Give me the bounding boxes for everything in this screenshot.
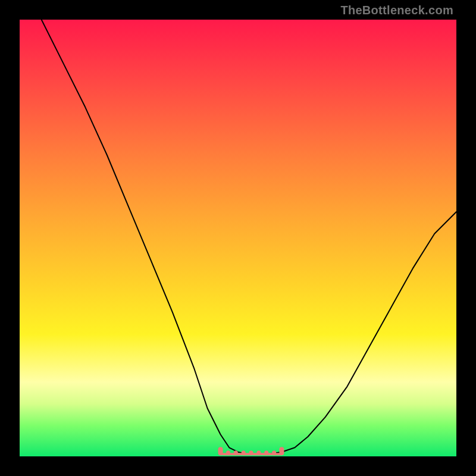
watermark-text: TheBottleneck.com xyxy=(340,4,453,17)
chart-frame: TheBottleneck.com xyxy=(0,0,476,476)
svg-rect-7 xyxy=(264,450,268,455)
curve-line xyxy=(42,20,456,454)
svg-rect-2 xyxy=(226,450,230,455)
svg-rect-3 xyxy=(234,450,238,455)
svg-rect-6 xyxy=(256,450,261,455)
svg-rect-8 xyxy=(272,450,276,455)
svg-rect-1 xyxy=(218,447,223,455)
chart-overlay xyxy=(20,20,456,456)
svg-rect-4 xyxy=(242,450,246,455)
svg-rect-9 xyxy=(279,447,284,455)
svg-rect-5 xyxy=(249,450,253,455)
trough-markers xyxy=(218,447,284,455)
